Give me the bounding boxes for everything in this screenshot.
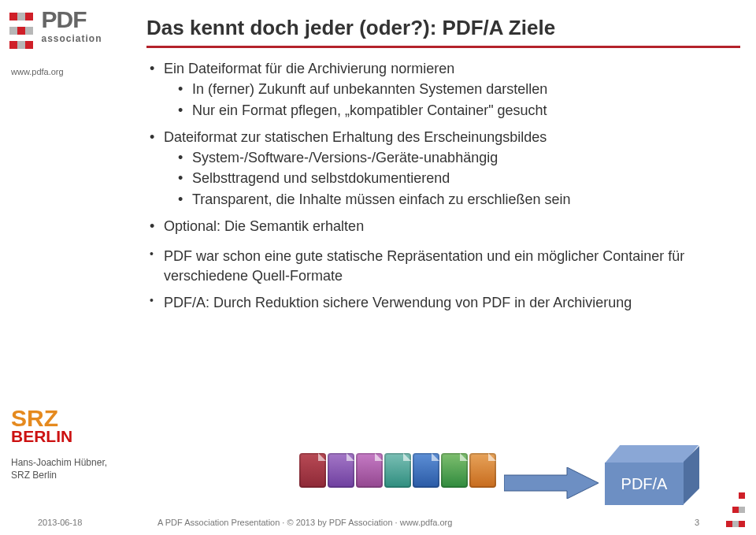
diagram: PDF/A [299,453,693,508]
srz-line2: BERLIN [11,429,72,444]
arrow-icon [504,467,598,499]
footer-date: 2013-06-18 [38,518,82,527]
author-block: Hans-Joachim Hübner, SRZ Berlin [11,456,107,481]
site-url: www.pdfa.org [11,67,64,76]
pdfa-cube: PDF/A [605,445,699,508]
logo-grid-icon [9,9,33,52]
footer-logo-icon [726,488,745,530]
slide-footer: 2013-06-18 A PDF Association Presentatio… [0,503,756,535]
powerpoint-icon [469,453,496,488]
bullet-2-3: Transparent, die Inhalte müssen einfach … [175,190,729,209]
bullet-1-2: Nur ein Format pflegen, „kompatibler Con… [175,101,729,120]
logo-text: PDF [41,6,86,32]
left-column: PDF association www.pdfa.org SRZ BERLIN … [0,0,135,535]
slide: PDF association www.pdfa.org SRZ BERLIN … [0,0,756,535]
bullet-1-text: Ein Dateiformat für die Archivierung nor… [164,61,454,76]
author-name: Hans-Joachim Hübner, [11,456,107,469]
pdf-association-logo: PDF association [9,9,132,52]
bullet-1-1: In (ferner) Zukunft auf unbekannten Syst… [175,80,729,98]
access-icon [299,453,326,488]
bullet-2: Dateiformat zur statischen Erhaltung des… [146,128,729,209]
title-underline [146,46,740,48]
slide-title: Das kennt doch jeder (oder?): PDF/A Ziel… [146,16,555,40]
publisher-icon [384,453,411,488]
footer-page: 3 [695,518,699,527]
bullet-2-2: Selbsttragend und selbstdokumentierend [175,169,729,188]
footer-credit: A PDF Association Presentation · © 2013 … [158,518,452,527]
bullet-1: Ein Dateiformat für die Archivierung nor… [146,59,729,120]
arrow-2: PDF/A: Durch Reduktion sichere Verwendun… [146,293,729,312]
arrow-list: PDF war schon eine gute statische Repräs… [146,247,729,312]
slide-content: Ein Dateiformat für die Archivierung nor… [146,59,729,320]
infopath-icon [328,453,354,488]
bullet-2-text: Dateiformat zur statischen Erhaltung des… [164,129,547,145]
bullet-3: Optional: Die Semantik erhalten [146,217,729,236]
author-org: SRZ Berlin [11,469,107,481]
srz-line1: SRZ [11,408,72,429]
word-icon [413,453,439,488]
bullet-2-1: System-/Software-/Versions-/Geräte-unabh… [175,148,729,167]
logo-subtext: association [41,33,102,44]
excel-icon [441,453,468,488]
pdfa-cube-label: PDF/A [605,463,684,505]
srz-logo: SRZ BERLIN [11,408,72,444]
onenote-icon [356,453,383,488]
arrow-1: PDF war schon eine gute statische Repräs… [146,247,729,285]
svg-marker-0 [504,467,598,499]
